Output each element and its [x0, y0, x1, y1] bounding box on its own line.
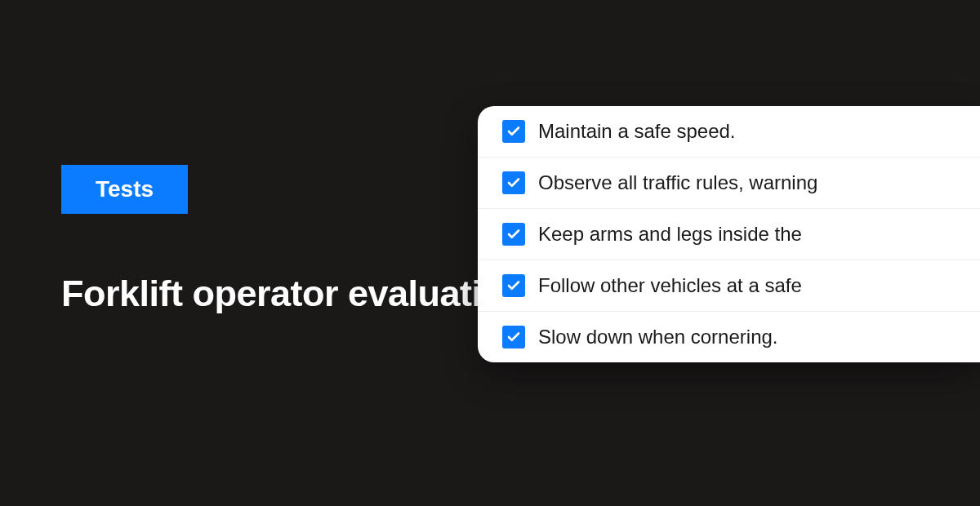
checkbox[interactable] [502, 171, 525, 194]
checkbox[interactable] [502, 223, 525, 246]
item-label: Keep arms and legs inside the [538, 223, 802, 246]
check-icon [506, 175, 521, 190]
check-icon [506, 227, 521, 242]
check-icon [506, 124, 521, 139]
checklist-item[interactable]: Maintain a safe speed. [478, 106, 980, 158]
item-label: Slow down when cornering. [538, 326, 778, 348]
item-label: Follow other vehicles at a safe [538, 274, 802, 297]
checklist-item[interactable]: Slow down when cornering. [478, 312, 980, 362]
checkbox[interactable] [502, 120, 525, 143]
item-label: Maintain a safe speed. [538, 120, 736, 143]
badge-label: Tests [96, 176, 154, 202]
check-icon [506, 278, 521, 293]
checkbox[interactable] [502, 326, 525, 348]
check-icon [506, 330, 521, 344]
main-container: Tests Forklift operator evaluation form … [0, 0, 980, 506]
checklist-item[interactable]: Follow other vehicles at a safe [478, 260, 980, 312]
checklist-card: Maintain a safe speed. Observe all traff… [478, 106, 980, 362]
checklist-item[interactable]: Keep arms and legs inside the [478, 209, 980, 260]
checklist-item[interactable]: Observe all traffic rules, warning [478, 158, 980, 209]
item-label: Observe all traffic rules, warning [538, 171, 817, 194]
checkbox[interactable] [502, 274, 525, 297]
category-badge: Tests [61, 165, 188, 214]
